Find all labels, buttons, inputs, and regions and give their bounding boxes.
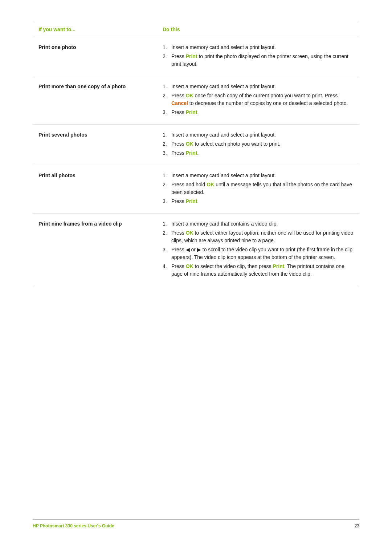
step-text: Insert a memory card and select a print … xyxy=(171,172,354,179)
column-header-do: Do this xyxy=(157,22,359,37)
step-item: 2.Press OK to select each photo you want… xyxy=(163,140,354,148)
step-number: 3. xyxy=(163,149,171,157)
table-row: Print more than one copy of a photo1.Ins… xyxy=(33,76,359,125)
step-text: Insert a memory card and select a print … xyxy=(171,44,354,51)
steps-list: 1.Insert a memory card and select a prin… xyxy=(163,172,354,205)
step-text: Insert a memory card and select a print … xyxy=(171,131,354,139)
step-number: 2. xyxy=(163,181,171,189)
step-number: 3. xyxy=(163,198,171,205)
step-text: Press Print. xyxy=(171,149,354,157)
step-item: 1.Insert a memory card and select a prin… xyxy=(163,131,354,139)
steps-cell: 1.Insert a memory card and select a prin… xyxy=(157,76,359,125)
step-text: Press OK to select each photo you want t… xyxy=(171,140,354,148)
step-number: 1. xyxy=(163,131,171,139)
task-cell: Print one photo xyxy=(33,37,157,76)
step-number: 1. xyxy=(163,172,171,179)
table-row: Print one photo1.Insert a memory card an… xyxy=(33,37,359,76)
step-item: 2.Press OK to select either layout optio… xyxy=(163,229,354,244)
table-row: Print several photos1.Insert a memory ca… xyxy=(33,125,359,165)
step-number: 2. xyxy=(163,140,171,148)
step-text: Press OK once for each copy of the curre… xyxy=(171,92,354,107)
step-item: 3.Press Print. xyxy=(163,198,354,205)
step-item: 1.Insert a memory card and select a prin… xyxy=(163,44,354,51)
step-text: Press Print. xyxy=(171,198,354,205)
steps-list: 1.Insert a memory card and select a prin… xyxy=(163,131,354,157)
step-number: 2. xyxy=(163,53,171,60)
steps-list: 1.Insert a memory card that contains a v… xyxy=(163,220,354,278)
footer-title: HP Photosmart 330 series User's Guide xyxy=(33,523,114,528)
step-item: 2.Press OK once for each copy of the cur… xyxy=(163,92,354,107)
step-text: Press OK to select the video clip, then … xyxy=(171,263,354,278)
highlight-green: OK xyxy=(186,263,193,269)
highlight-green: Print xyxy=(186,198,197,204)
task-cell: Print several photos xyxy=(33,125,157,165)
step-item: 1.Insert a memory card that contains a v… xyxy=(163,220,354,228)
step-number: 3. xyxy=(163,246,171,254)
step-number: 1. xyxy=(163,44,171,51)
task-label: Print all photos xyxy=(38,173,75,178)
highlight-green: OK xyxy=(207,182,214,187)
table-row: Print all photos1.Insert a memory card a… xyxy=(33,165,359,214)
highlight-green: Print xyxy=(273,263,284,269)
step-number: 2. xyxy=(163,229,171,237)
steps-cell: 1.Insert a memory card and select a prin… xyxy=(157,125,359,165)
step-text: Press Print to print the photo displayed… xyxy=(171,53,354,68)
task-cell: Print nine frames from a video clip xyxy=(33,214,157,286)
step-number: 3. xyxy=(163,109,171,116)
step-item: 2.Press and hold OK until a message tell… xyxy=(163,181,354,196)
step-item: 1.Insert a memory card and select a prin… xyxy=(163,83,354,90)
highlight-orange: Cancel xyxy=(171,100,188,106)
step-text: Press Print. xyxy=(171,109,354,116)
main-table: If you want to... Do this Print one phot… xyxy=(33,22,359,286)
highlight-green: OK xyxy=(186,141,193,147)
step-item: 4.Press OK to select the video clip, the… xyxy=(163,263,354,278)
steps-cell: 1.Insert a memory card and select a prin… xyxy=(157,37,359,76)
highlight-green: Print xyxy=(186,109,197,115)
step-text: Press ◀ or ▶ to scroll to the video clip… xyxy=(171,246,354,261)
column-header-if: If you want to... xyxy=(33,22,157,37)
task-cell: Print all photos xyxy=(33,165,157,214)
task-label: Print several photos xyxy=(38,132,87,138)
table-row: Print nine frames from a video clip1.Ins… xyxy=(33,214,359,286)
steps-cell: 1.Insert a memory card that contains a v… xyxy=(157,214,359,286)
highlight-green: OK xyxy=(186,93,193,98)
step-number: 4. xyxy=(163,263,171,270)
step-item: 3.Press Print. xyxy=(163,149,354,157)
step-item: 3.Press ◀ or ▶ to scroll to the video cl… xyxy=(163,246,354,261)
steps-list: 1.Insert a memory card and select a prin… xyxy=(163,44,354,68)
page-container: If you want to... Do this Print one phot… xyxy=(0,0,392,543)
step-number: 1. xyxy=(163,220,171,228)
step-number: 2. xyxy=(163,92,171,100)
page-footer: HP Photosmart 330 series User's Guide 23 xyxy=(33,519,359,528)
footer-page-number: 23 xyxy=(355,523,359,528)
highlight-green: Print xyxy=(186,150,197,156)
step-text: Press OK to select either layout option;… xyxy=(171,229,354,244)
highlight-green: OK xyxy=(186,230,193,236)
step-text: Press and hold OK until a message tells … xyxy=(171,181,354,196)
step-text: Insert a memory card that contains a vid… xyxy=(171,220,354,228)
steps-list: 1.Insert a memory card and select a prin… xyxy=(163,83,354,116)
step-text: Insert a memory card and select a print … xyxy=(171,83,354,90)
task-label: Print more than one copy of a photo xyxy=(38,84,126,89)
task-label: Print one photo xyxy=(38,44,76,50)
step-item: 3.Press Print. xyxy=(163,109,354,116)
step-item: 1.Insert a memory card and select a prin… xyxy=(163,172,354,179)
highlight-green: Print xyxy=(186,53,197,59)
step-number: 1. xyxy=(163,83,171,90)
task-cell: Print more than one copy of a photo xyxy=(33,76,157,125)
task-label: Print nine frames from a video clip xyxy=(38,221,122,227)
step-item: 2.Press Print to print the photo display… xyxy=(163,53,354,68)
steps-cell: 1.Insert a memory card and select a prin… xyxy=(157,165,359,214)
